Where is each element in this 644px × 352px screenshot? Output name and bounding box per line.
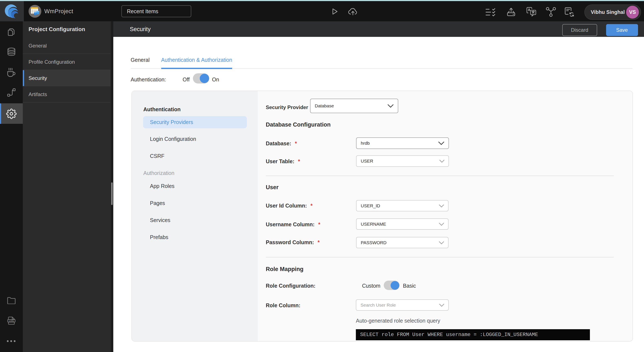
svg-text:LOG: LOG (9, 320, 14, 322)
